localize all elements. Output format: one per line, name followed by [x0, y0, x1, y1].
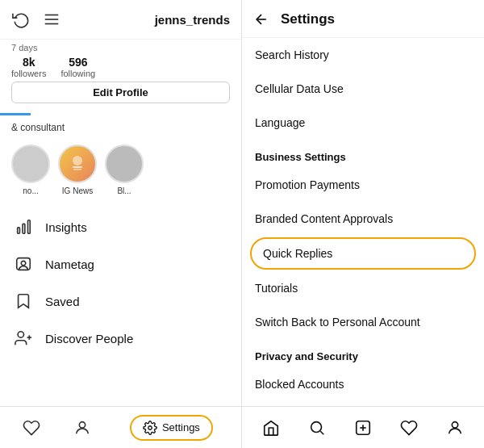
days-text: 7 days — [0, 40, 241, 52]
settings-bottom-label: Settings — [162, 421, 200, 433]
story-item-0[interactable]: no... — [11, 144, 50, 195]
settings-title: Settings — [281, 11, 335, 27]
nav-item-discover[interactable]: Discover People — [0, 320, 241, 357]
nametag-icon — [15, 255, 32, 273]
nav-item-insights[interactable]: Insights — [0, 208, 241, 245]
nav-item-saved[interactable]: Saved — [0, 283, 241, 320]
home-nav-item[interactable] — [248, 407, 294, 448]
search-nav-item[interactable] — [294, 407, 340, 448]
story-label-0: no... — [23, 186, 38, 195]
settings-item-tutorials[interactable]: Tutorials — [242, 271, 484, 305]
menu-icon[interactable] — [42, 10, 61, 29]
story-item-2[interactable]: Bl... — [105, 144, 144, 195]
story-avatar-1 — [58, 144, 97, 183]
nav-label-nametag: Nametag — [45, 257, 94, 271]
nav-label-discover: Discover People — [45, 332, 133, 345]
settings-bottom-inner: Settings — [130, 415, 213, 441]
story-item-1[interactable]: IG News — [58, 144, 97, 195]
svg-point-22 — [452, 421, 457, 427]
svg-rect-5 — [73, 169, 81, 170]
svg-line-18 — [320, 431, 323, 434]
nav-menu: Insights Nametag Saved — [0, 203, 241, 362]
svg-rect-6 — [28, 220, 31, 234]
consultant-text: & consultant — [0, 120, 241, 140]
nav-item-nametag[interactable]: Nametag — [0, 245, 241, 283]
svg-point-10 — [21, 261, 26, 266]
heart-nav-item[interactable] — [6, 407, 57, 448]
settings-item-switch-account[interactable]: Switch Back to Personal Account — [242, 305, 484, 339]
svg-rect-8 — [18, 228, 20, 233]
left-top-bar: jenns_trends — [0, 0, 241, 40]
username-label: jenns_trends — [155, 13, 230, 27]
right-header: Settings — [242, 0, 484, 38]
following-value: 596 — [69, 56, 87, 69]
profile-nav-item[interactable] — [57, 407, 108, 448]
story-avatar-2 — [105, 144, 144, 183]
svg-rect-7 — [23, 224, 25, 233]
heart-nav-right[interactable] — [386, 407, 432, 448]
settings-item-quick-replies[interactable]: Quick Replies — [250, 237, 476, 270]
right-panel: Settings Search History Cellular Data Us… — [242, 0, 484, 448]
settings-item-cellular[interactable]: Cellular Data Use — [242, 72, 484, 106]
bar-chart-icon — [15, 218, 32, 236]
stories-row: no... IG News Bl... — [0, 140, 241, 203]
following-label: following — [60, 69, 95, 78]
left-panel: jenns_trends 7 days 8k followers 596 fol… — [0, 0, 242, 448]
settings-item-search-history[interactable]: Search History — [242, 38, 484, 72]
following-stat: 596 following — [60, 56, 95, 78]
settings-item-promotion[interactable]: Promotion Payments — [242, 168, 484, 202]
bookmark-icon — [15, 292, 32, 310]
settings-item-language[interactable]: Language — [242, 106, 484, 140]
profile-stats: 8k followers 596 following — [0, 52, 241, 82]
svg-point-3 — [73, 156, 82, 165]
left-top-icons — [11, 10, 61, 29]
followers-stat: 8k followers — [11, 56, 46, 78]
profile-nav-right[interactable] — [432, 407, 478, 448]
svg-point-15 — [148, 425, 152, 429]
story-label-1: IG News — [62, 186, 93, 195]
settings-list: Search History Cellular Data Use Languag… — [242, 38, 484, 406]
followers-label: followers — [11, 69, 46, 78]
profile-strip — [0, 113, 31, 115]
nav-label-insights: Insights — [45, 220, 87, 234]
settings-item-branded[interactable]: Branded Content Approvals — [242, 202, 484, 236]
followers-value: 8k — [23, 56, 35, 69]
svg-rect-4 — [73, 166, 82, 168]
right-bottom-bar — [242, 406, 484, 448]
svg-point-14 — [80, 421, 86, 427]
settings-item-blocked[interactable]: Blocked Accounts — [242, 367, 484, 401]
person-add-icon — [15, 329, 32, 347]
add-nav-item[interactable] — [340, 407, 386, 448]
nav-label-saved: Saved — [45, 295, 80, 308]
left-bottom-bar: Settings — [0, 406, 241, 448]
settings-bottom-button[interactable]: Settings — [108, 407, 235, 448]
edit-profile-button[interactable]: Edit Profile — [11, 82, 230, 103]
story-label-2: Bl... — [117, 186, 131, 195]
settings-section-business: Business Settings — [242, 140, 484, 168]
back-button[interactable] — [253, 11, 269, 27]
story-avatar-0 — [11, 144, 50, 183]
settings-section-privacy: Privacy and Security — [242, 339, 484, 367]
history-icon[interactable] — [11, 10, 31, 29]
svg-point-11 — [18, 332, 23, 337]
svg-point-17 — [311, 421, 322, 432]
